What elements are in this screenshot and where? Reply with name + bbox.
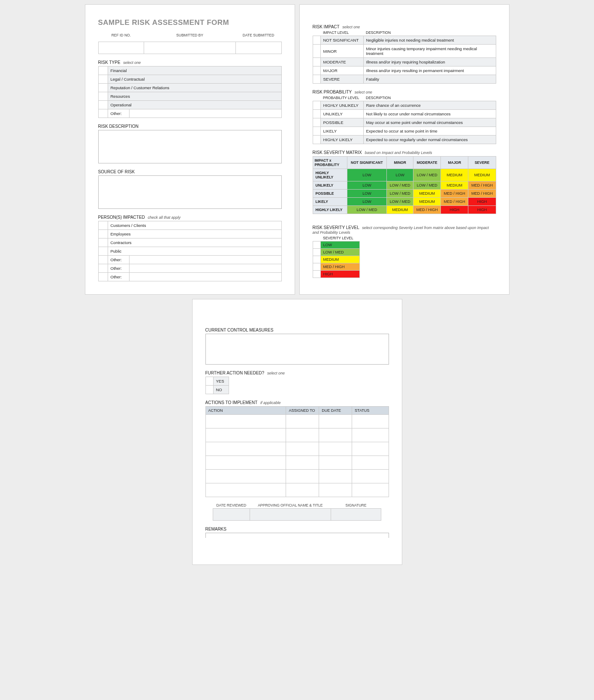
matrix-cell-1-1: LOW / MED [387,181,413,190]
meta-date-cell[interactable] [235,42,281,54]
actions-cell-2-1[interactable] [286,442,319,456]
risk-type-other-input[interactable] [129,109,281,118]
actions-cell-1-2[interactable] [319,428,352,442]
actions-cell-0-2[interactable] [319,414,352,428]
current-controls-field[interactable] [205,334,389,365]
persons-select-1[interactable] [98,229,108,238]
actions-cell-1-1[interactable] [286,428,319,442]
prob-select-3[interactable] [313,127,320,136]
actions-cell-2-3[interactable] [352,442,389,456]
actions-cell-1-3[interactable] [352,428,389,442]
risk-type-select-1[interactable] [98,75,108,83]
actions-cell-5-0[interactable] [205,483,286,497]
matrix-cell-1-3: MEDIUM [441,181,468,190]
persons-select-other-0[interactable] [98,255,108,264]
sev-select-1[interactable] [313,249,320,256]
persons-other-input-1[interactable] [129,264,281,272]
risk-type-label-text: RISK TYPE [98,60,121,65]
further-select-0[interactable] [205,377,213,385]
further-select-1[interactable] [205,385,213,394]
persons-other-input-0[interactable] [129,255,281,264]
actions-cell-3-3[interactable] [352,456,389,469]
impact-select-3[interactable] [313,66,320,75]
matrix-cell-4-0: LOW / MED [347,206,387,214]
actions-cell-1-0[interactable] [205,428,286,442]
persons-option-2: Contractors [108,238,281,247]
prob-select-2[interactable] [313,118,320,127]
impact-level-2: MODERATE [320,58,363,66]
matrix-corner: IMPACT x PROBABILITY [313,157,347,169]
risk-probability-label: RISK PROBABILITY select one [313,90,496,94]
prob-select-4[interactable] [313,136,320,144]
risk-type-option-4: Operational [108,100,281,109]
severity-level-label-text: RISK SEVERITY LEVEL [313,225,359,230]
meta-submitted-by-cell[interactable] [144,42,236,54]
risk-description-field[interactable] [98,130,282,163]
persons-select-other-2[interactable] [98,272,108,281]
risk-type-option-2: Reputation / Customer Relations [108,83,281,92]
risk-probability-label-text: RISK PROBABILITY [313,90,352,94]
sev-select-4[interactable] [313,271,320,278]
persons-select-3[interactable] [98,247,108,255]
sev-select-2[interactable] [313,256,320,263]
risk-type-select-3[interactable] [98,92,108,100]
impact-level-4: SEVERE [320,75,363,84]
actions-cell-4-3[interactable] [352,469,389,483]
persons-select-2[interactable] [98,238,108,247]
actions-cell-4-1[interactable] [286,469,319,483]
sev-select-0[interactable] [313,241,320,249]
risk-type-option-0: Financial [108,66,281,75]
matrix-cell-3-2: MEDIUM [413,198,441,206]
actions-cell-5-3[interactable] [352,483,389,497]
actions-cell-5-1[interactable] [286,483,319,497]
actions-cell-4-0[interactable] [205,469,286,483]
signoff-official-cell[interactable] [250,508,331,520]
sev-option-2: MEDIUM [320,256,359,263]
impact-level-3: MAJOR [320,66,363,75]
actions-cell-0-3[interactable] [352,414,389,428]
risk-description-label: RISK DESCRIPTION [98,124,282,129]
actions-cell-0-0[interactable] [205,414,286,428]
sev-select-3[interactable] [313,263,320,271]
further-option-1: NO [213,385,229,394]
actions-cell-4-2[interactable] [319,469,352,483]
impact-select-0[interactable] [313,36,320,45]
impact-desc-0: Negligible injuries not needing medical … [363,36,496,45]
actions-cell-3-2[interactable] [319,456,352,469]
actions-cell-3-0[interactable] [205,456,286,469]
actions-cell-5-2[interactable] [319,483,352,497]
persons-select-other-1[interactable] [98,264,108,272]
actions-cell-3-1[interactable] [286,456,319,469]
impact-col-desc: DESCRIPTION [363,30,496,36]
prob-select-0[interactable] [313,101,320,110]
signoff-signature-cell[interactable] [331,508,381,520]
risk-type-select-4[interactable] [98,100,108,109]
impact-level-1: MINOR [320,45,363,58]
matrix-col-1: MINOR [387,157,413,169]
persons-other-input-2[interactable] [129,272,281,281]
persons-option-1: Employees [108,229,281,238]
persons-option-0: Customers / Clients [108,221,281,229]
prob-select-1[interactable] [313,110,320,118]
risk-type-other-label: Other: [108,109,129,118]
persons-select-0[interactable] [98,221,108,229]
actions-cell-2-2[interactable] [319,442,352,456]
matrix-cell-2-3: MED / HIGH [441,190,468,198]
actions-label: ACTIONS TO IMPLEMENT if applicable [205,400,389,405]
prob-level-2: POSSIBLE [320,118,363,127]
matrix-cell-1-4: MED / HIGH [468,181,496,190]
actions-cell-0-1[interactable] [286,414,319,428]
risk-type-select-2[interactable] [98,83,108,92]
actions-cell-2-0[interactable] [205,442,286,456]
risk-type-select-other[interactable] [98,109,108,118]
matrix-row-3: LIKELY [313,198,347,206]
impact-select-1[interactable] [313,45,320,58]
meta-ref-cell[interactable] [98,42,144,54]
risk-type-select-0[interactable] [98,66,108,75]
remarks-field[interactable] [205,533,389,538]
impact-select-4[interactable] [313,75,320,84]
impact-select-2[interactable] [313,58,320,66]
actions-header-2: DUE DATE [319,406,352,414]
signoff-date-cell[interactable] [213,508,250,520]
source-of-risk-field[interactable] [98,175,282,209]
